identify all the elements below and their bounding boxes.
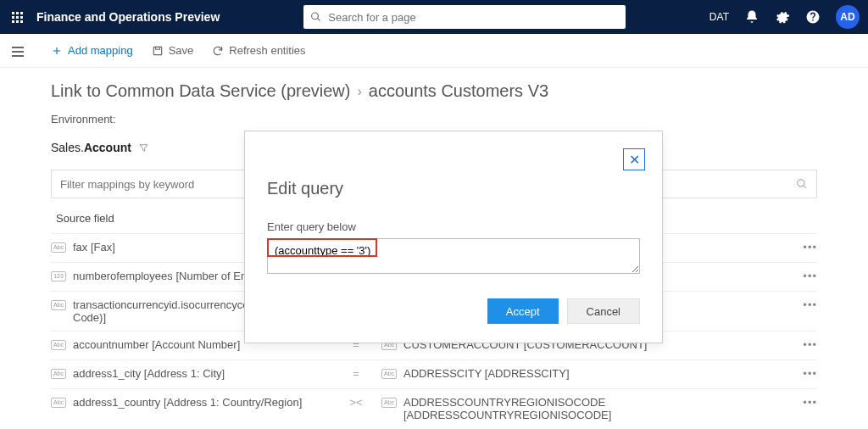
dialog-close-button[interactable]: ✕ <box>623 148 645 170</box>
breadcrumb-separator: › <box>357 84 361 99</box>
mapping-operator[interactable]: >< <box>331 396 381 409</box>
row-actions[interactable]: ••• <box>783 270 817 282</box>
mapping-operator[interactable]: = <box>331 367 381 380</box>
table-row: Abcaddress1_city [Address 1: City]=AbcAD… <box>51 359 817 388</box>
nav-hamburger-icon[interactable] <box>12 44 24 59</box>
breadcrumb: Link to Common Data Service (preview) › … <box>51 81 817 101</box>
target-field: ADDRESSCITY [ADDRESSCITY] <box>403 367 570 380</box>
field-type-icon: Abc <box>381 369 397 379</box>
field-type-icon: Abc <box>51 300 66 310</box>
help-icon[interactable] <box>805 9 821 25</box>
cancel-button[interactable]: Cancel <box>567 298 640 324</box>
field-type-icon: Abc <box>51 242 66 253</box>
edit-query-dialog: ✕ Edit query Enter query below Accept Ca… <box>244 131 663 343</box>
breadcrumb-current: accounts Customers V3 <box>369 81 548 101</box>
global-search-input[interactable] <box>328 11 619 24</box>
filter-icon[interactable] <box>138 142 149 153</box>
search-icon <box>310 11 321 23</box>
breadcrumb-root[interactable]: Link to Common Data Service (preview) <box>51 81 350 101</box>
dialog-title: Edit query <box>267 179 640 198</box>
query-label: Enter query below <box>267 220 640 233</box>
row-actions[interactable]: ••• <box>783 298 817 311</box>
refresh-entities-button[interactable]: Refresh entities <box>212 44 305 57</box>
table-row: Abcaddress1_country [Address 1: Country/… <box>51 388 817 428</box>
global-search[interactable] <box>303 5 626 29</box>
source-field: address1_country [Address 1: Country/Reg… <box>73 396 302 409</box>
bell-icon[interactable] <box>744 9 760 25</box>
command-bar: Add mapping Save Refresh entities <box>0 34 868 68</box>
row-actions[interactable]: ••• <box>783 241 817 254</box>
query-textarea[interactable] <box>267 238 640 274</box>
svg-rect-0 <box>153 47 161 54</box>
search-icon[interactable] <box>796 178 808 190</box>
environment-tag: DAT <box>709 11 729 23</box>
field-type-icon: Abc <box>51 340 66 350</box>
environment-label: Environment: <box>51 113 817 125</box>
source-field: fax [Fax] <box>73 241 115 254</box>
user-avatar[interactable]: AD <box>836 5 860 29</box>
app-title: Finance and Operations Preview <box>36 10 220 24</box>
row-actions[interactable]: ••• <box>783 367 817 380</box>
field-type-icon: Abc <box>51 369 66 379</box>
source-field: accountnumber [Account Number] <box>73 338 240 351</box>
field-type-icon: Abc <box>381 398 397 408</box>
top-navbar: Finance and Operations Preview DAT AD <box>0 0 868 34</box>
source-field: address1_city [Address 1: City] <box>73 367 225 380</box>
save-button[interactable]: Save <box>152 44 194 57</box>
field-type-icon: Abc <box>51 398 66 408</box>
app-launcher-icon[interactable] <box>12 12 23 23</box>
accept-button[interactable]: Accept <box>487 298 559 324</box>
field-type-icon: 123 <box>51 271 66 281</box>
gear-icon[interactable] <box>775 9 790 25</box>
add-mapping-button[interactable]: Add mapping <box>51 44 133 57</box>
target-field: ADDRESSCOUNTRYREGIONISOCODE [ADDRESSCOUN… <box>403 396 783 421</box>
row-actions[interactable]: ••• <box>783 338 817 351</box>
row-actions[interactable]: ••• <box>783 396 817 409</box>
svg-point-1 <box>798 180 804 187</box>
